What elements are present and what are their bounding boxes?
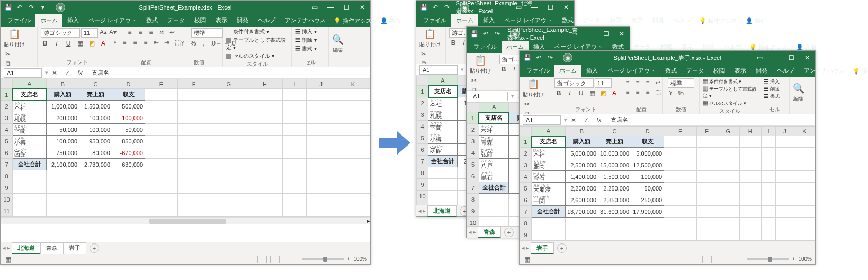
data-cell[interactable]: 250,000 [631,194,664,206]
row-header[interactable]: 5 [520,183,532,194]
border-icon[interactable]: ▦ [76,39,84,48]
cell-styles-button[interactable]: ▦ セルのスタイル ▾ [226,52,274,60]
zoom-slider[interactable] [747,258,789,260]
col-header[interactable]: G [210,79,247,89]
tab-dev[interactable]: 開発 [232,14,253,27]
row-header[interactable]: 9 [1,182,13,194]
row-header[interactable]: 6 [417,144,428,156]
row-header[interactable]: 6 [467,170,479,182]
align-left-icon[interactable]: ≡ [120,38,129,47]
zoom-level[interactable]: 100% [353,256,367,262]
col-header[interactable]: D [112,79,145,89]
data-cell[interactable]: 950,000 [79,136,112,147]
row-header[interactable]: 9 [520,229,532,241]
tab-insert[interactable]: 挿入 [581,65,603,77]
col-header[interactable]: E [664,127,697,136]
cut-icon[interactable]: ✂ [4,50,12,58]
border-icon[interactable]: ▦ [588,89,596,97]
row-header[interactable]: 2 [1,101,13,112]
underline-icon[interactable]: U [577,89,585,97]
row-header[interactable]: 9 [467,205,479,217]
zoom-in-icon[interactable]: + [792,256,795,262]
col-header[interactable]: B [566,127,598,136]
data-cell[interactable]: 100,000 [47,136,79,147]
tab-file[interactable]: ファイル [522,65,554,77]
formula-bar[interactable]: 支店名 [611,116,628,124]
name-box[interactable]: A1 [470,92,508,101]
font-size-select[interactable]: 11 [595,78,612,88]
tab-insert[interactable]: 挿入 [62,14,84,27]
data-cell[interactable]: 12,500,000 [631,159,664,171]
tab-data[interactable]: データ [163,14,190,27]
total-cell[interactable]: 13,700,000 [566,206,598,218]
view-layout-icon[interactable] [715,256,724,263]
sheet-tab[interactable]: 岩手 [63,242,86,254]
row-header[interactable]: 3 [1,112,13,124]
paste-button[interactable]: 📋貼り付け [419,28,441,48]
enter-fx-icon[interactable]: ✓ [63,69,71,77]
col-header[interactable]: I [761,127,776,136]
cut-icon[interactable]: ✂ [470,76,478,85]
tab-file[interactable]: ファイル [418,14,451,27]
maximize-icon[interactable]: ☐ [783,51,799,65]
tab-dev[interactable]: 開発 [648,14,669,27]
tab-file[interactable]: ファイル [469,41,502,53]
tab-home[interactable]: ホーム [35,14,62,27]
branch-cell[interactable]: ハコダテ函館 [428,144,458,156]
tab-formulas[interactable]: 数式 [141,14,163,27]
tab-pagelayout[interactable]: ページ レイアウト [84,14,141,27]
percent-icon[interactable]: % [189,39,198,48]
comma-icon[interactable]: , [200,39,208,48]
font-name-select[interactable]: 游ゴシック [554,78,594,88]
cell-styles-button[interactable]: ▦ セルのスタイル ▾ [703,100,746,107]
total-cell[interactable]: 31,600,000 [598,206,631,218]
col-header[interactable]: J [306,79,336,89]
total-label[interactable]: 全社合計 [532,206,566,218]
format-table-button[interactable]: ▦ テーブルとして書式設定 ▾ [703,86,757,100]
delete-cells-button[interactable]: ☰ 削除 ▾ [295,37,317,44]
font-name-select[interactable]: 游ゴシック [41,28,80,38]
data-header[interactable]: 支店名 [428,86,458,97]
row-header[interactable]: 5 [417,132,428,144]
col-header[interactable]: H [247,79,283,89]
branch-cell[interactable]: もりおか盛岡 [532,159,566,171]
font-color-icon[interactable]: A [610,89,619,97]
sheet-tab[interactable]: 北海道 [12,242,41,254]
row-header[interactable]: 8 [417,167,428,179]
tab-view[interactable]: 表示 [627,14,648,27]
branch-cell[interactable]: ホンシャ本社 [428,97,458,109]
sheet-tab[interactable]: 岩手 [531,242,554,254]
tellme[interactable]: 💡 操作アシス [849,65,868,77]
insert-cells-button[interactable]: ☰ 挿入 ▾ [295,28,317,35]
zoom-out-icon[interactable]: − [740,256,744,262]
branch-cell[interactable]: ハコダテ函館 [13,147,47,159]
name-box[interactable]: A1 [523,115,561,125]
tab-nav-prev-icon[interactable]: ◂ [418,207,422,214]
name-box[interactable]: A1 [4,68,42,78]
view-normal-icon[interactable] [702,256,712,263]
col-header[interactable]: F [178,79,210,89]
data-cell[interactable]: 80,000 [79,147,112,159]
tab-help[interactable]: ヘルプ [253,14,280,27]
cond-format-button[interactable]: ▦ 条件付き書式 ▾ [226,28,269,35]
branch-cell[interactable]: オタル小樽 [13,136,47,147]
col-header[interactable]: A [428,76,458,86]
row-header[interactable]: 2 [467,124,479,136]
row-header[interactable]: 1 [467,112,479,124]
row-header[interactable]: 4 [1,124,13,136]
col-header[interactable]: A [13,79,47,89]
italic-icon[interactable]: I [566,89,574,97]
branch-cell[interactable]: オタル小樽 [428,132,458,144]
tab-dev[interactable]: 開発 [751,65,772,77]
inc-decimal-icon[interactable]: .0→ [210,39,222,48]
branch-cell[interactable]: ヒロサキ弘前 [479,147,508,159]
branch-cell[interactable]: ムロラン室蘭 [13,124,47,136]
h-scrollbar[interactable]: ▸ [1,217,370,224]
col-header[interactable]: F [697,127,717,136]
close-icon[interactable]: ✕ [354,1,370,14]
col-header[interactable]: K [336,79,370,89]
cut-icon[interactable]: ✂ [419,50,428,58]
cancel-fx-icon[interactable]: ✕ [569,116,578,124]
align-mid-icon[interactable]: ≡ [136,28,145,37]
name-box[interactable]: A1 [419,65,458,75]
